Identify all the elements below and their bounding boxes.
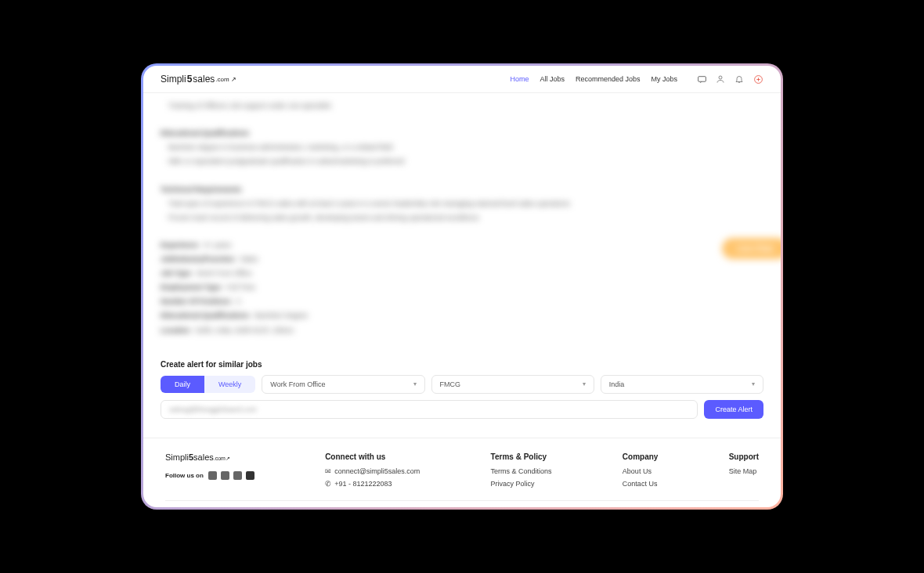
footer-heading: Terms & Policy bbox=[491, 452, 552, 461]
detail-label: Experience bbox=[161, 241, 198, 249]
footer-email[interactable]: ✉ connect@simpli5sales.com bbox=[325, 467, 420, 475]
brand-five: 5 bbox=[187, 74, 193, 85]
svg-rect-0 bbox=[698, 76, 706, 81]
nav-home[interactable]: Home bbox=[510, 75, 529, 83]
brand-logo[interactable]: Simpli5sales.com↗ bbox=[161, 74, 236, 85]
job-detail-blurred: Training of Officers Job support under o… bbox=[161, 93, 763, 354]
detail-value: Delhi, India, Delhi-NCR, Others bbox=[196, 326, 294, 334]
detail-row: Job/Industry/Function : Sales bbox=[161, 253, 763, 266]
facebook-icon[interactable] bbox=[233, 471, 242, 480]
add-icon[interactable] bbox=[753, 74, 763, 85]
detail-row: Number Of Positions : 3 bbox=[161, 295, 763, 308]
detail-value: Sales bbox=[240, 255, 258, 263]
dropdown-worktype[interactable]: Work From Office ▾ bbox=[262, 375, 424, 394]
footer-brand-col: Simpli5sales.com↗ Follow us on bbox=[165, 452, 254, 492]
nav-recommended[interactable]: Recommended Jobs bbox=[576, 75, 641, 83]
chat-icon[interactable] bbox=[696, 74, 707, 85]
dropdown-value: Work From Office bbox=[270, 380, 325, 388]
blur-line: Training of Officers Job support under o… bbox=[161, 99, 763, 113]
blur-line: Proven track record of delivering sales … bbox=[161, 211, 763, 225]
detail-label: Location bbox=[161, 326, 190, 334]
footer-support-col: Support Site Map bbox=[729, 452, 759, 492]
footer-heading: Support bbox=[729, 452, 759, 461]
detail-label: Job/Industry/Function bbox=[161, 255, 235, 263]
footer-columns: Simpli5sales.com↗ Follow us on Connect w… bbox=[165, 452, 759, 492]
footer-link-terms[interactable]: Terms & Conditions bbox=[491, 467, 552, 475]
nav-myjobs[interactable]: My Jobs bbox=[651, 75, 677, 83]
arrow-icon: ↗ bbox=[231, 76, 236, 83]
brand-sub: .com bbox=[215, 76, 229, 83]
detail-row: Educational Qualifications : Bachelor De… bbox=[161, 309, 763, 323]
frequency-toggle: Daily Weekly bbox=[161, 376, 255, 393]
detail-label: Number Of Positions bbox=[161, 297, 231, 305]
detail-label: Educational Qualifications bbox=[161, 312, 249, 319]
live-chat-button[interactable]: Live Chat bbox=[722, 238, 781, 259]
detail-label: Employment Type bbox=[161, 283, 221, 291]
create-alert-button[interactable]: Create Alert bbox=[704, 400, 763, 419]
footer-link-sitemap[interactable]: Site Map bbox=[729, 467, 759, 475]
footer-connect-col: Connect with us ✉ connect@simpli5sales.c… bbox=[325, 452, 420, 492]
header: Simpli5sales.com↗ Home All Jobs Recommen… bbox=[143, 66, 781, 93]
bell-icon[interactable] bbox=[734, 74, 745, 85]
detail-value: 3+ years bbox=[204, 241, 232, 249]
footer-link-privacy[interactable]: Privacy Policy bbox=[491, 480, 552, 488]
copyright: © 2024 | Simpli5sales.com | All rights r… bbox=[165, 500, 759, 507]
email-input[interactable]: salesg@thesgglobaard.com bbox=[161, 400, 698, 419]
mail-icon: ✉ bbox=[325, 467, 331, 475]
blur-line: MBA or equivalent postgraduate qualifica… bbox=[161, 155, 763, 168]
chevron-down-icon: ▾ bbox=[413, 380, 417, 387]
footer-heading: Connect with us bbox=[325, 452, 420, 461]
x-icon[interactable] bbox=[246, 471, 254, 480]
content-area: Training of Officers Job support under o… bbox=[143, 93, 781, 354]
brand-part1: Simpli bbox=[161, 74, 186, 85]
footer-link-contact[interactable]: Contact Us bbox=[623, 480, 659, 488]
nav-alljobs[interactable]: All Jobs bbox=[540, 75, 565, 83]
blur-heading: Educational Qualifications bbox=[161, 129, 249, 137]
chevron-down-icon: ▾ bbox=[752, 380, 755, 387]
instagram-icon[interactable] bbox=[208, 471, 217, 480]
alert-controls-row: Daily Weekly Work From Office ▾ FMCG ▾ I… bbox=[161, 375, 763, 394]
dropdown-industry[interactable]: FMCG ▾ bbox=[431, 375, 594, 394]
detail-value: Bachelor Degree bbox=[255, 312, 309, 319]
blur-heading: Technical Requirements bbox=[161, 186, 241, 193]
footer-link-about[interactable]: About Us bbox=[623, 467, 659, 475]
chevron-down-icon: ▾ bbox=[583, 380, 586, 387]
toggle-daily[interactable]: Daily bbox=[161, 376, 204, 393]
detail-row: Location : Delhi, India, Delhi-NCR, Othe… bbox=[161, 324, 763, 337]
detail-row: Experience : 3+ years bbox=[161, 239, 763, 252]
detail-row: Job Type : Work From Office bbox=[161, 267, 763, 280]
dropdown-location[interactable]: India ▾ bbox=[601, 375, 763, 394]
blur-line: Bachelor degree in business administrati… bbox=[161, 141, 763, 154]
browser-frame: Simpli5sales.com↗ Home All Jobs Recommen… bbox=[141, 63, 783, 510]
app-window: Simpli5sales.com↗ Home All Jobs Recommen… bbox=[143, 66, 781, 507]
dropdown-value: India bbox=[609, 380, 625, 388]
whatsapp-icon: ✆ bbox=[325, 480, 331, 488]
nav-icons bbox=[696, 74, 763, 85]
footer-heading: Company bbox=[623, 452, 659, 461]
detail-value: Work From Office bbox=[197, 269, 251, 277]
detail-row: Employment Type : Full Time bbox=[161, 281, 763, 294]
nav: Home All Jobs Recommended Jobs My Jobs bbox=[510, 74, 763, 85]
footer-terms-col: Terms & Policy Terms & Conditions Privac… bbox=[491, 452, 552, 492]
footer-phone[interactable]: ✆ +91 - 8121222083 bbox=[325, 480, 420, 488]
svg-point-1 bbox=[719, 76, 722, 79]
follow-us: Follow us on bbox=[165, 471, 254, 480]
dropdown-value: FMCG bbox=[440, 380, 461, 388]
detail-label: Job Type bbox=[161, 269, 191, 277]
blur-line: Total span of experience in FMCG sales w… bbox=[161, 197, 763, 211]
alert-email-row: salesg@thesgglobaard.com Create Alert bbox=[161, 400, 763, 419]
alert-title: Create alert for similar jobs bbox=[161, 360, 763, 369]
follow-label: Follow us on bbox=[165, 472, 204, 479]
footer-logo[interactable]: Simpli5sales.com↗ bbox=[165, 452, 254, 462]
brand-part2: sales bbox=[193, 74, 215, 85]
alert-section: Create alert for similar jobs Daily Week… bbox=[143, 354, 781, 433]
detail-value: 3 bbox=[236, 297, 240, 305]
footer: Simpli5sales.com↗ Follow us on Connect w… bbox=[143, 438, 781, 507]
footer-company-col: Company About Us Contact Us bbox=[623, 452, 659, 492]
email-value: salesg@thesgglobaard.com bbox=[169, 405, 257, 413]
toggle-weekly[interactable]: Weekly bbox=[204, 376, 255, 393]
detail-value: Full Time bbox=[226, 283, 255, 291]
social-icons bbox=[208, 471, 254, 480]
linkedin-icon[interactable] bbox=[221, 471, 229, 480]
user-icon[interactable] bbox=[715, 74, 726, 85]
